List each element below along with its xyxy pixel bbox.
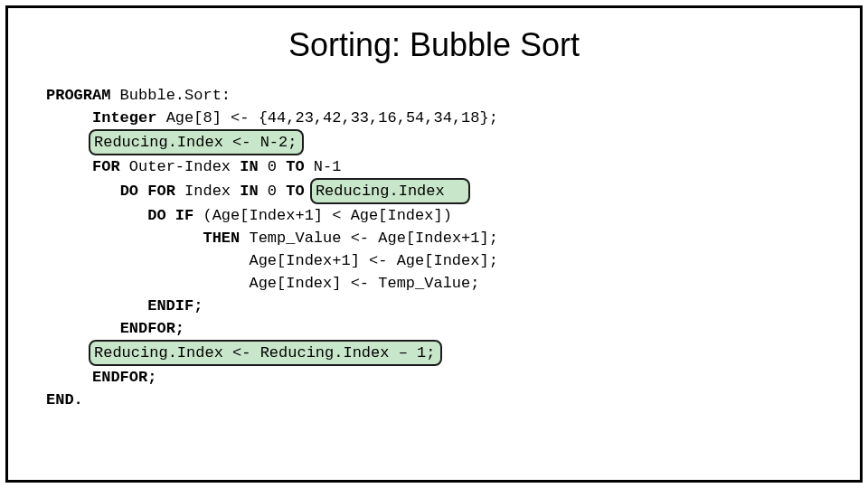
code-line: Age[Index+1] <- Age[Index];	[46, 252, 498, 269]
code-line: Reducing.Index <- N-2;	[46, 134, 304, 151]
txt: 0	[259, 183, 287, 200]
code-line: END.	[46, 391, 83, 408]
kw-for: FOR	[92, 158, 120, 175]
kw-endfor: ENDFOR;	[92, 369, 156, 386]
highlight-decrement: Reducing.Index <- Reducing.Index – 1;	[89, 340, 442, 366]
slide-frame: Sorting: Bubble Sort PROGRAM Bubble.Sort…	[5, 5, 863, 483]
code-line: PROGRAM Bubble.Sort:	[46, 87, 231, 104]
txt: Age[8] <- {44,23,42,33,16,54,34,18};	[156, 109, 497, 127]
kw-end: END.	[46, 391, 83, 408]
code-line: DO FOR Index IN 0 TO Reducing.Index	[46, 183, 470, 200]
txt: Age[Index+1] <- Age[Index];	[249, 252, 497, 269]
kw-to: TO	[286, 158, 304, 175]
txt: Age[Index] <- Temp_Value;	[249, 275, 479, 292]
kw-in: IN	[240, 158, 258, 175]
code-block: PROGRAM Bubble.Sort: Integer Age[8] <- {…	[46, 84, 860, 411]
kw-endif: ENDIF;	[147, 297, 203, 314]
txt: N-1	[305, 158, 342, 175]
txt: Outer-Index	[120, 158, 241, 175]
code-line: Age[Index] <- Temp_Value;	[46, 275, 479, 292]
code-line: ENDFOR;	[46, 369, 156, 386]
kw-endfor: ENDFOR;	[120, 320, 184, 337]
slide-title: Sorting: Bubble Sort	[8, 26, 860, 64]
txt: 0	[259, 158, 287, 175]
txt: Reducing.Index	[316, 183, 445, 200]
kw-do-for: DO FOR	[120, 183, 175, 200]
kw-to: TO	[286, 183, 304, 200]
kw-do-if: DO IF	[147, 207, 193, 224]
code-line: THEN Temp_Value <- Age[Index+1];	[46, 230, 498, 247]
code-line: ENDIF;	[46, 297, 203, 314]
txt: Temp_Value <- Age[Index+1];	[240, 230, 498, 247]
kw-in: IN	[240, 183, 258, 200]
highlight-init: Reducing.Index <- N-2;	[89, 129, 304, 155]
highlight-bound: Reducing.Index	[310, 178, 470, 204]
kw-then: THEN	[203, 230, 240, 247]
code-line: Integer Age[8] <- {44,23,42,33,16,54,34,…	[46, 109, 498, 127]
code-line: Reducing.Index <- Reducing.Index – 1;	[46, 344, 442, 361]
txt: Index	[175, 183, 240, 200]
txt: Bubble.Sort:	[110, 87, 231, 104]
txt: (Age[Index+1] < Age[Index])	[193, 207, 452, 224]
code-line: FOR Outer-Index IN 0 TO N-1	[46, 158, 341, 175]
kw-integer: Integer	[92, 109, 156, 127]
code-line: DO IF (Age[Index+1] < Age[Index])	[46, 207, 452, 224]
kw-program: PROGRAM	[46, 87, 110, 104]
code-line: ENDFOR;	[46, 320, 184, 337]
